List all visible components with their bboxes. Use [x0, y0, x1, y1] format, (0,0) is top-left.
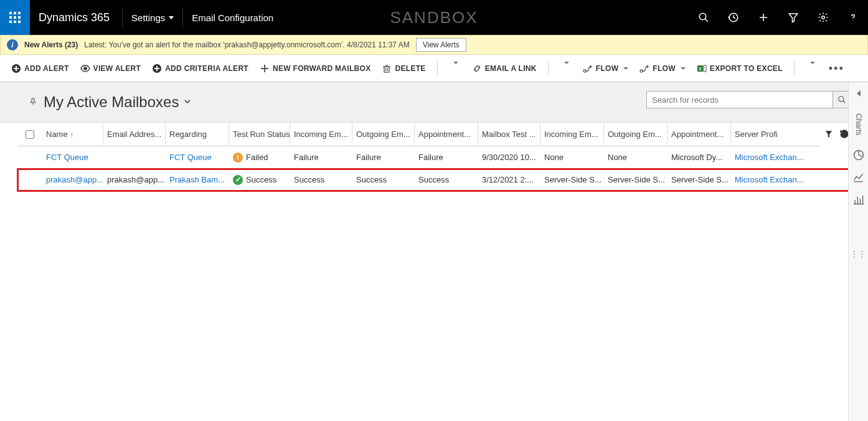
- expand-charts-button[interactable]: [851, 86, 866, 101]
- col-outgoing-2[interactable]: Outgoing Em...: [604, 123, 668, 146]
- cmd-flow-1[interactable]: FLOW: [583, 64, 629, 73]
- view-title[interactable]: My Active Mailboxes: [44, 93, 179, 111]
- col-outgoing2-label: Outgoing Em...: [608, 130, 662, 139]
- svg-rect-7: [14, 21, 16, 23]
- filter-icon[interactable]: [824, 130, 833, 140]
- svg-line-10: [705, 19, 708, 22]
- col-name[interactable]: Name↑: [42, 123, 103, 146]
- eye-icon: [80, 64, 90, 73]
- plus-icon: [260, 64, 270, 73]
- help-icon[interactable]: [838, 0, 868, 35]
- cmd-flow1-label: FLOW: [596, 64, 619, 73]
- bar-chart-icon[interactable]: [851, 192, 866, 207]
- col-appointment[interactable]: Appointment...: [415, 123, 478, 146]
- cell-name[interactable]: FCT Queue: [42, 153, 103, 162]
- separator: [437, 62, 438, 75]
- col-incoming2-label: Incoming Em...: [544, 130, 598, 139]
- cmd-more[interactable]: •••: [829, 63, 844, 74]
- cmd-add-alert[interactable]: ADD ALERT: [11, 64, 69, 73]
- chevron-down-icon: [810, 62, 815, 73]
- col-incoming-2[interactable]: Incoming Em...: [540, 123, 604, 146]
- cmd-export-excel[interactable]: X EXPORT TO EXCEL: [697, 64, 783, 73]
- cell-appointment2: Microsoft Dy...: [668, 153, 731, 162]
- chevron-down-icon: [623, 67, 628, 70]
- cell-outgoing2: None: [604, 153, 668, 162]
- view-alerts-button[interactable]: View Alerts: [416, 38, 466, 52]
- col-appt-label: Appointment...: [418, 130, 471, 139]
- col-outgoing-email[interactable]: Outgoing Em...: [352, 123, 415, 146]
- svg-point-32: [640, 70, 643, 72]
- cmd-add-alert-label: ADD ALERT: [24, 64, 69, 73]
- cmd-email-a-link[interactable]: EMAIL A LINK: [472, 64, 537, 73]
- cell-server[interactable]: Microsoft Exchan...: [731, 153, 806, 162]
- col-mailbox-test[interactable]: Mailbox Test ...: [478, 123, 540, 146]
- trash-icon: [382, 64, 392, 73]
- settings-gear-icon[interactable]: [808, 0, 838, 35]
- cell-email: prakash@app...: [103, 175, 166, 184]
- cmd-export-excel-label: EXPORT TO EXCEL: [710, 64, 783, 73]
- cmd-export-dropdown[interactable]: [806, 64, 818, 73]
- cmd-flow-2[interactable]: FLOW: [639, 64, 686, 73]
- cell-server[interactable]: Microsoft Exchan...: [731, 175, 806, 184]
- select-all-checkbox[interactable]: [17, 123, 42, 146]
- cell-incoming: Success: [290, 175, 352, 184]
- cell-name[interactable]: prakash@app...: [42, 175, 103, 184]
- cmd-delete-dropdown[interactable]: [449, 64, 461, 73]
- alert-bar: i New Alerts (23) Latest: You've got an …: [0, 35, 868, 55]
- cmd-add-criteria-alert[interactable]: ADD CRITERIA ALERT: [152, 64, 248, 73]
- brand-title[interactable]: Dynamics 365: [30, 11, 122, 24]
- cmd-view-alert[interactable]: VIEW ALERT: [80, 64, 141, 73]
- drag-handle-icon[interactable]: ⋮⋮: [850, 249, 866, 258]
- svg-rect-8: [18, 21, 21, 23]
- search-icon[interactable]: [689, 0, 719, 35]
- charts-label[interactable]: Charts: [854, 113, 863, 135]
- nav-settings-label: Settings: [131, 12, 165, 23]
- cell-appointment: Failure: [415, 153, 478, 162]
- filter-icon[interactable]: [778, 0, 808, 35]
- svg-rect-26: [384, 67, 389, 72]
- nav-email-configuration[interactable]: Email Configuration: [183, 0, 282, 35]
- grid-body: FCT Queue FCT Queue ! Failed Failure Fai…: [17, 146, 851, 191]
- app-launcher-button[interactable]: [0, 0, 30, 35]
- area-chart-icon[interactable]: [851, 170, 866, 185]
- col-appointment-2[interactable]: Appointment...: [668, 123, 731, 146]
- svg-rect-35: [704, 65, 706, 72]
- alert-latest: Latest: You've got an alert for the mail…: [84, 40, 409, 49]
- cell-regarding[interactable]: Prakash Bam...: [166, 175, 229, 184]
- table-row[interactable]: FCT Queue FCT Queue ! Failed Failure Fai…: [17, 146, 851, 169]
- pie-chart-icon[interactable]: [851, 148, 866, 163]
- svg-point-37: [838, 97, 843, 102]
- col-email[interactable]: Email Addres...: [103, 123, 166, 146]
- cmd-new-forward-label: NEW FORWARD MAILBOX: [273, 64, 370, 73]
- col-server-profile[interactable]: Server Profi: [731, 123, 806, 146]
- table-row[interactable]: prakash@app... prakash@app... Prakash Ba…: [17, 169, 851, 191]
- cmd-new-forward-mailbox[interactable]: NEW FORWARD MAILBOX: [260, 64, 370, 73]
- cell-regarding[interactable]: FCT Queue: [166, 153, 229, 162]
- svg-point-16: [852, 20, 853, 21]
- command-bar: ADD ALERT VIEW ALERT ADD CRITERIA ALERT …: [0, 55, 868, 82]
- cell-testrun-text: Success: [246, 175, 276, 184]
- search-input[interactable]: [646, 91, 833, 108]
- cell-testrun-text: Failed: [246, 153, 268, 162]
- col-incoming-email[interactable]: Incoming Em...: [290, 123, 352, 146]
- pin-icon[interactable]: [29, 97, 37, 108]
- separator: [548, 62, 549, 75]
- col-name-label: Name: [46, 130, 68, 139]
- nav-settings[interactable]: Settings: [123, 0, 182, 35]
- cell-testrun: ! Failed: [229, 153, 290, 163]
- warning-icon: !: [233, 153, 243, 163]
- col-regarding[interactable]: Regarding: [166, 123, 229, 146]
- chevron-down-icon[interactable]: [184, 98, 191, 107]
- add-icon[interactable]: [748, 0, 778, 35]
- col-testrun[interactable]: Test Run Status: [229, 123, 290, 146]
- grid-header-actions: [821, 123, 849, 146]
- recent-icon[interactable]: [719, 0, 748, 35]
- cmd-delete[interactable]: DELETE: [382, 64, 425, 73]
- plus-circle-icon: [11, 64, 21, 73]
- col-server-label: Server Profi: [735, 130, 778, 139]
- col-appt2-label: Appointment...: [671, 130, 724, 139]
- cmd-delete-label: DELETE: [395, 64, 425, 73]
- separator: [794, 62, 795, 75]
- sandbox-label: SANDBOX: [390, 8, 478, 27]
- cmd-email-link-dropdown[interactable]: [560, 64, 572, 73]
